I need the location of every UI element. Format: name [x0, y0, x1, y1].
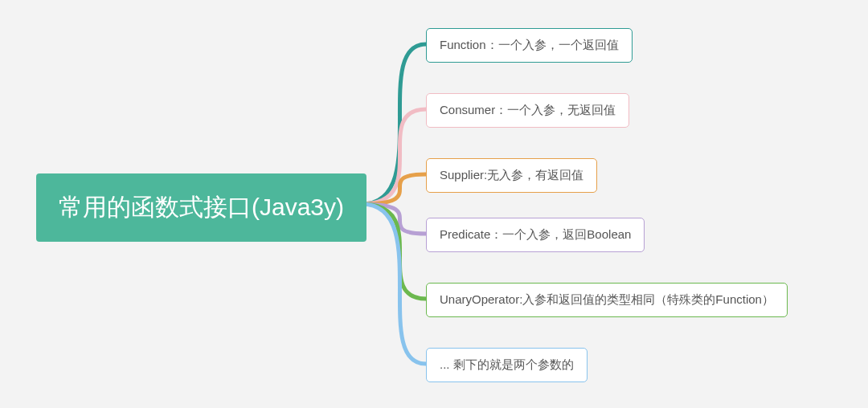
child-node-unaryoperator[interactable]: UnaryOperator:入参和返回值的类型相同（特殊类的Function） — [426, 283, 788, 317]
root-node[interactable]: 常用的函数式接口(Java3y) — [36, 173, 366, 242]
child-node-predicate[interactable]: Predicate：一个入参，返回Boolean — [426, 218, 645, 252]
mindmap-canvas: 常用的函数式接口(Java3y) Function：一个入参，一个返回值 Con… — [0, 0, 868, 408]
child-node-others[interactable]: ... 剩下的就是两个参数的 — [426, 348, 588, 382]
child-node-consumer[interactable]: Consumer：一个入参，无返回值 — [426, 93, 629, 128]
child-node-function[interactable]: Function：一个入参，一个返回值 — [426, 28, 633, 63]
child-node-supplier[interactable]: Supplier:无入参，有返回值 — [426, 158, 597, 193]
